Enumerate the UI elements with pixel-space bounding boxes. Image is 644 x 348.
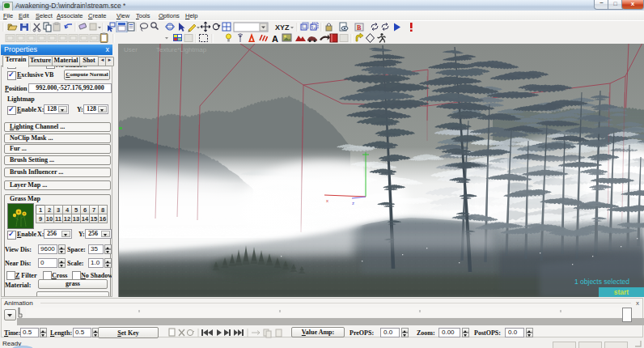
svg-text:A: A [272,34,278,44]
svg-text:XYZ: XYZ [275,23,290,32]
svg-text:B: B [357,24,362,32]
svg-text:1 objects selected: 1 objects selected [574,278,629,286]
svg-text:start: start [614,288,629,296]
svg-text:x: x [326,198,328,203]
svg-text:z: z [352,201,354,206]
